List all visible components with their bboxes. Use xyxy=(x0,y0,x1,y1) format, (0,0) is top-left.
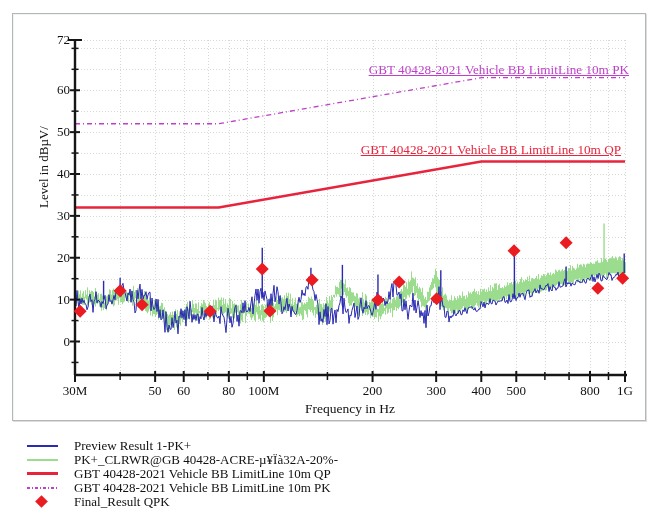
red-diamond-icon xyxy=(35,495,48,508)
legend-item-preview: Preview Result 1-PK+ xyxy=(0,439,670,453)
legend-item-limit-pk: GBT 40428-2021 Vehicle BB LimitLine 10m … xyxy=(0,481,670,495)
legend-label: Final_Result QPK xyxy=(74,495,670,509)
legend-item-clrwr: PK+_CLRWR@GB 40428-ACRE-µ¥Ïà32A-20%- xyxy=(0,453,670,467)
magenta-dashdot-swatch-icon xyxy=(27,487,58,489)
legend: Preview Result 1-PK+ PK+_CLRWR@GB 40428-… xyxy=(0,439,670,509)
legend-label: PK+_CLRWR@GB 40428-ACRE-µ¥Ïà32A-20%- xyxy=(74,453,670,467)
legend-item-limit-qp: GBT 40428-2021 Vehicle BB LimitLine 10m … xyxy=(0,467,670,481)
emc-chart-page: { "panel": { "background": "#ffffff", "b… xyxy=(0,0,670,515)
legend-item-final-qpk: Final_Result QPK xyxy=(0,495,670,509)
red-limit-line-swatch-icon xyxy=(27,472,58,475)
legend-label: GBT 40428-2021 Vehicle BB LimitLine 10m … xyxy=(74,481,670,495)
blue-line-swatch-icon xyxy=(27,445,58,447)
legend-label: Preview Result 1-PK+ xyxy=(74,439,670,453)
green-line-swatch-icon xyxy=(27,459,58,461)
legend-label: GBT 40428-2021 Vehicle BB LimitLine 10m … xyxy=(74,467,670,481)
